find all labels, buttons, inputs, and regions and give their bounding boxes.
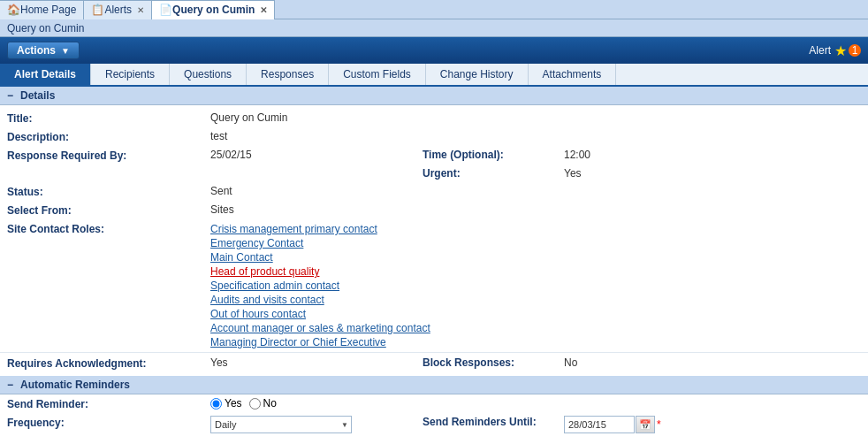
frequency-dropdown-wrapper: Daily Weekly Monthly (210, 416, 352, 433)
until-date-input[interactable] (564, 416, 635, 433)
send-reminder-label: Send Reminder: (7, 397, 210, 410)
contact-role-8[interactable]: Managing Director or Chief Executive (210, 335, 430, 349)
tab-bar: 🏠 Home Page 📋 Alerts ✕ 📄 Query on Cumin … (0, 0, 868, 19)
time-label: Time (Optional): (423, 149, 564, 161)
content-area: − Details Title: Query on Cumin Descript… (0, 87, 868, 444)
tab-home[interactable]: 🏠 Home Page (0, 0, 84, 19)
send-reminder-row: Send Reminder: Yes No (0, 394, 868, 413)
title-bar: Query on Cumin (0, 19, 868, 37)
contact-role-4[interactable]: Specification admin contact (210, 279, 430, 293)
description-row: Description: test (0, 127, 868, 146)
send-reminder-yes-option[interactable]: Yes (210, 397, 242, 410)
acknowledgment-label: Requires Acknowledgment: (7, 356, 210, 370)
required-star: * (657, 418, 661, 431)
reminders-collapse-btn[interactable]: − (7, 379, 13, 391)
acknowledgment-row: Requires Acknowledgment: Yes Block Respo… (0, 352, 868, 372)
urgent-value: Yes (564, 167, 652, 180)
description-label: Description: (7, 130, 210, 143)
response-required-value: 25/02/15 (210, 149, 423, 161)
response-required-label: Response Required By: (7, 149, 210, 162)
title-row: Title: Query on Cumin (0, 109, 868, 127)
send-reminder-no-option[interactable]: No (249, 397, 277, 410)
actions-bar: Actions ▼ Alert ★ 1 (0, 37, 868, 64)
contact-role-0[interactable]: Crisis management primary contact (210, 222, 430, 236)
select-from-label: Select From: (7, 203, 210, 217)
contact-roles-list: Crisis management primary contact Emerge… (210, 222, 430, 349)
reminders-form: Send Reminder: Yes No Frequency: Daily (0, 394, 868, 436)
acknowledgment-value: Yes (210, 356, 423, 369)
alert-badge: 1 (849, 44, 861, 57)
tab-alert-details[interactable]: Alert Details (0, 64, 91, 85)
actions-button[interactable]: Actions ▼ (7, 42, 80, 59)
frequency-select-wrapper: Daily Weekly Monthly (210, 416, 423, 433)
alert-star-area: Alert ★ 1 (809, 42, 861, 59)
home-icon: 🏠 (7, 4, 20, 16)
tab-alerts[interactable]: 📋 Alerts ✕ (84, 0, 152, 19)
nav-tabs: Alert Details Recipients Questions Respo… (0, 64, 868, 87)
until-label: Send Reminders Until: (423, 416, 564, 428)
contact-role-1[interactable]: Emergency Contact (210, 236, 430, 250)
contact-role-5[interactable]: Audits and visits contact (210, 293, 430, 307)
close-query-tab[interactable]: ✕ (260, 5, 267, 15)
title-label: Title: (7, 111, 210, 125)
status-label: Status: (7, 185, 210, 198)
tab-attachments[interactable]: Attachments (529, 64, 617, 85)
title-value: Query on Cumin (210, 111, 861, 124)
frequency-label: Frequency: (7, 416, 210, 429)
contact-role-7[interactable]: Account manager or sales & marketing con… (210, 321, 430, 335)
actions-dropdown-arrow: ▼ (61, 46, 70, 56)
send-reminder-yes-radio[interactable] (210, 398, 222, 410)
tab-query[interactable]: 📄 Query on Cumin ✕ (152, 0, 275, 19)
contact-role-2[interactable]: Main Contact (210, 250, 430, 264)
status-row: Status: Sent (0, 182, 868, 201)
details-form: Title: Query on Cumin Description: test … (0, 105, 868, 376)
send-reminder-no-radio[interactable] (249, 398, 261, 410)
urgent-spacer (7, 167, 210, 168)
until-date-area: 📅 * (564, 416, 661, 433)
close-alerts-tab[interactable]: ✕ (137, 5, 144, 15)
calendar-button[interactable]: 📅 (636, 416, 655, 433)
urgent-row: Urgent: Yes (0, 165, 868, 182)
alerts-icon: 📋 (91, 4, 104, 16)
time-value: 12:00 (564, 149, 652, 161)
star-icon[interactable]: ★ (834, 42, 847, 59)
send-reminder-radio-group: Yes No (210, 397, 277, 410)
frequency-row: Frequency: Daily Weekly Monthly Send Rem… (0, 413, 868, 436)
block-responses-value: No (564, 356, 652, 369)
status-value: Sent (210, 185, 861, 197)
block-responses-label: Block Responses: (423, 356, 564, 369)
tab-recipients[interactable]: Recipients (91, 64, 170, 85)
reminders-section-header: − Automatic Reminders (0, 376, 868, 394)
tab-custom-fields[interactable]: Custom Fields (329, 64, 426, 85)
query-icon: 📄 (159, 4, 172, 16)
tab-questions[interactable]: Questions (170, 64, 247, 85)
contact-role-3[interactable]: Head of product quality (210, 264, 430, 279)
contact-role-6[interactable]: Out of hours contact (210, 307, 430, 321)
frequency-select[interactable]: Daily Weekly Monthly (210, 416, 352, 433)
select-from-value: Sites (210, 203, 861, 216)
site-contact-roles-row: Site Contact Roles: Crisis management pr… (0, 219, 868, 352)
tab-change-history[interactable]: Change History (426, 64, 529, 85)
tab-responses[interactable]: Responses (247, 64, 329, 85)
urgent-label: Urgent: (423, 167, 564, 180)
select-from-row: Select From: Sites (0, 201, 868, 219)
details-collapse-btn[interactable]: − (7, 89, 13, 102)
description-value: test (210, 130, 861, 142)
response-required-row: Response Required By: 25/02/15 Time (Opt… (0, 146, 868, 165)
site-contact-roles-label: Site Contact Roles: (7, 222, 210, 235)
details-section-header: − Details (0, 87, 868, 105)
